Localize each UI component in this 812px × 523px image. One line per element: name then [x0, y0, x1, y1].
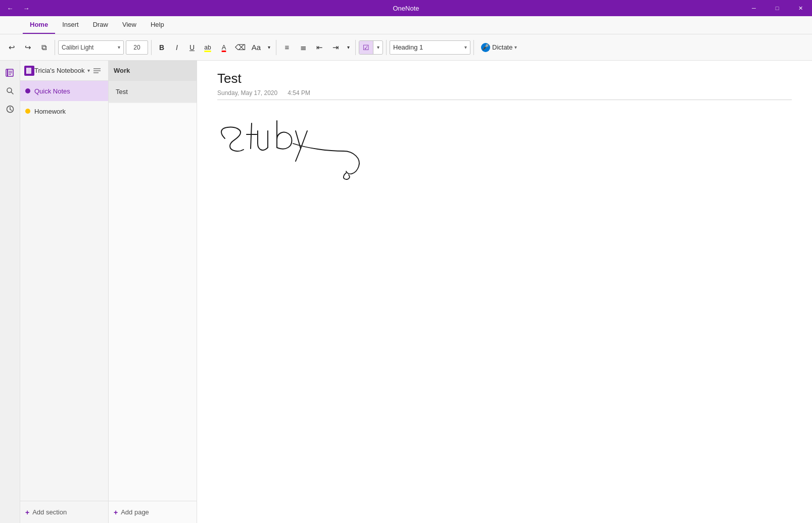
section-item-homework[interactable]: Homework	[20, 101, 108, 121]
microphone-icon: 🎤	[481, 43, 490, 52]
note-title[interactable]: Test	[217, 71, 792, 86]
page-item-test[interactable]: Test	[109, 81, 197, 103]
section-tab-work-label: Work	[114, 67, 130, 74]
section-list: Quick Notes Homework	[20, 81, 108, 501]
separator-3	[276, 40, 276, 55]
check-arrow: ▾	[373, 40, 383, 55]
handwriting-drawing	[217, 108, 419, 209]
clipboard-button[interactable]: ⧉	[36, 40, 52, 55]
font-name-dropdown[interactable]: Calibri Light ▾	[58, 40, 124, 55]
font-name-arrow: ▾	[118, 44, 120, 50]
forward-button[interactable]: →	[18, 0, 34, 16]
tab-draw[interactable]: Draw	[86, 16, 115, 34]
format-arrow[interactable]: ▾	[265, 40, 273, 55]
highlight-icon: ab	[204, 44, 211, 51]
number-list-button[interactable]: ≣	[296, 40, 311, 55]
separator-2	[151, 40, 152, 55]
font-color-button[interactable]: A	[216, 40, 231, 55]
tab-insert[interactable]: Insert	[55, 16, 86, 34]
eraser-button[interactable]: ⌫	[232, 40, 248, 55]
note-time: 4:54 PM	[288, 89, 310, 97]
notebook-name: Tricia's Notebook	[34, 67, 87, 74]
check-icon: ☑	[359, 40, 373, 55]
highlight-button[interactable]: ab	[200, 40, 215, 55]
section-item-quick-notes[interactable]: Quick Notes	[20, 81, 108, 101]
tab-view[interactable]: View	[115, 16, 144, 34]
ribbon-tabs: Home Insert Draw View Help	[0, 16, 812, 34]
page-label-test: Test	[116, 88, 128, 96]
title-bar: ← → OneNote ─ □ ✕	[0, 0, 812, 16]
font-size-input[interactable]: 20	[126, 40, 148, 55]
notebook-panel: Tricia's Notebook ▾ Quick Notes Homework	[20, 61, 109, 523]
separator-6	[473, 40, 474, 55]
list-more-button[interactable]: ▾	[344, 40, 352, 55]
section-tab-work[interactable]: Work	[109, 61, 197, 81]
separator-5	[386, 40, 387, 55]
dictate-arrow: ▾	[514, 44, 517, 50]
back-button[interactable]: ←	[2, 0, 18, 16]
svg-line-9	[10, 110, 12, 111]
separator-1	[55, 40, 55, 55]
format-button[interactable]: Aa	[249, 40, 264, 55]
add-section-button[interactable]: + Add section	[20, 501, 108, 523]
content-area[interactable]: Test Sunday, May 17, 2020 4:54 PM	[197, 61, 812, 523]
rail-recent-icon[interactable]	[2, 101, 18, 117]
toolbar: ↩ ↪ ⧉ Calibri Light ▾ 20 B I U ab A ⌫ Aa…	[0, 34, 812, 61]
bold-button[interactable]: B	[155, 40, 169, 55]
minimize-button[interactable]: ─	[742, 0, 766, 16]
rail-search-icon[interactable]	[2, 83, 18, 99]
heading-style-arrow: ▾	[464, 44, 467, 50]
section-label-quick-notes: Quick Notes	[34, 87, 70, 95]
bullet-list-button[interactable]: ≡	[279, 40, 295, 55]
icon-rail	[0, 61, 20, 523]
close-button[interactable]: ✕	[789, 0, 812, 16]
italic-button[interactable]: I	[170, 40, 184, 55]
check-tag-button[interactable]: ☑ ▾	[359, 40, 383, 55]
font-name-value: Calibri Light	[62, 44, 93, 51]
undo-button[interactable]: ↩	[4, 40, 19, 55]
indent-less-button[interactable]: ⇤	[312, 40, 327, 55]
notebook-icon	[24, 66, 34, 76]
add-section-label: Add section	[32, 508, 67, 516]
section-label-homework: Homework	[34, 108, 66, 115]
main-layout: Tricia's Notebook ▾ Quick Notes Homework	[0, 61, 812, 523]
notebook-sort-button[interactable]	[90, 64, 104, 78]
dictate-button[interactable]: 🎤 Dictate ▾	[477, 40, 521, 55]
add-page-button[interactable]: + Add page	[109, 501, 197, 523]
svg-line-6	[11, 92, 13, 94]
section-dot-quick-notes	[25, 88, 30, 93]
heading-style-dropdown[interactable]: Heading 1 ▾	[390, 40, 470, 55]
tab-help[interactable]: Help	[144, 16, 171, 34]
svg-rect-1	[7, 69, 8, 76]
app-title: OneNote	[393, 5, 419, 12]
indent-more-button[interactable]: ⇥	[328, 40, 343, 55]
note-date-bar: Sunday, May 17, 2020 4:54 PM	[217, 89, 792, 100]
svg-rect-11	[26, 68, 27, 74]
notebook-header[interactable]: Tricia's Notebook ▾	[20, 61, 108, 81]
window-controls: ─ □ ✕	[742, 0, 812, 16]
underline-button[interactable]: U	[185, 40, 199, 55]
rail-notebooks-icon[interactable]	[2, 65, 18, 81]
window-nav: ← →	[0, 0, 34, 16]
separator-4	[355, 40, 356, 55]
note-canvas[interactable]	[217, 108, 792, 310]
dictate-label: Dictate	[492, 43, 512, 51]
redo-button[interactable]: ↪	[20, 40, 35, 55]
pages-list: Test	[109, 81, 197, 501]
tab-home[interactable]: Home	[23, 16, 55, 34]
add-page-plus-icon: +	[114, 508, 118, 516]
font-size-value: 20	[133, 44, 140, 51]
heading-style-value: Heading 1	[393, 43, 423, 51]
pages-panel: Work Test + Add page	[109, 61, 197, 523]
plus-icon: +	[25, 508, 29, 516]
add-page-label: Add page	[121, 508, 149, 516]
font-color-icon: A	[222, 43, 226, 51]
maximize-button[interactable]: □	[766, 0, 789, 16]
section-dot-homework	[25, 109, 30, 114]
note-date: Sunday, May 17, 2020	[217, 89, 277, 97]
